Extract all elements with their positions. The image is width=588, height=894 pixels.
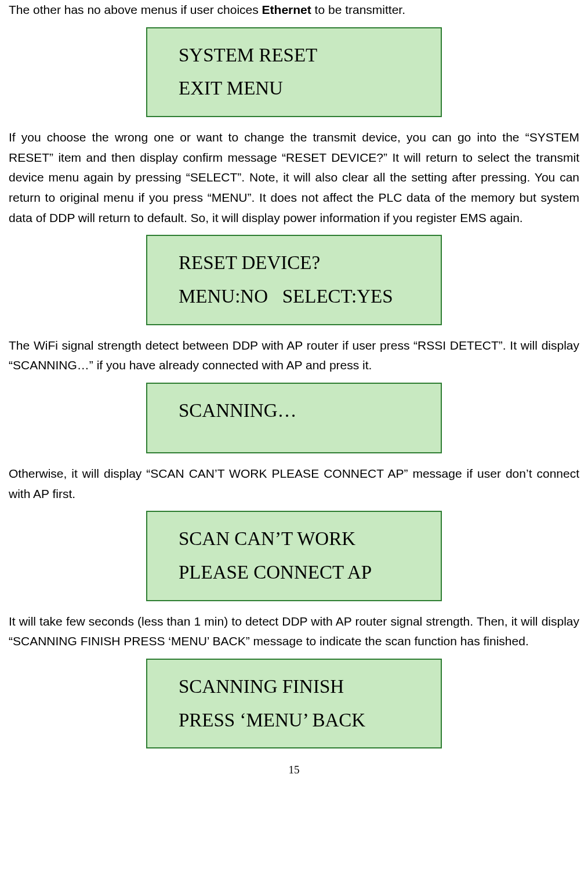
display-line: PRESS ‘MENU’ BACK — [179, 704, 441, 737]
intro-prefix: The other has no above menus if user cho… — [9, 3, 262, 16]
page-number: 15 — [9, 764, 579, 776]
display-line: SCAN CAN’T WORK — [179, 522, 441, 556]
display-line: MENU:NO SELECT:YES — [179, 280, 441, 314]
display-box-scan-cant-work: SCAN CAN’T WORK PLEASE CONNECT AP — [146, 511, 442, 601]
intro-suffix: to be transmitter. — [311, 3, 405, 16]
document-page: The other has no above menus if user cho… — [0, 0, 588, 776]
paragraph-scanning-finish: It will take few seconds (less than 1 mi… — [9, 612, 579, 652]
display-box-system-reset: SYSTEM RESET EXIT MENU — [146, 27, 442, 118]
display-line: SYSTEM RESET — [179, 39, 441, 72]
display-line: RESET DEVICE? — [179, 246, 441, 280]
intro-bold: Ethernet — [262, 3, 311, 16]
paragraph-system-reset: If you choose the wrong one or want to c… — [9, 128, 579, 228]
paragraph-scan-cant-work: Otherwise, it will display “SCAN CAN’T W… — [9, 464, 579, 504]
display-line: SCANNING… — [179, 394, 441, 428]
paragraph-intro: The other has no above menus if user cho… — [9, 0, 579, 20]
display-line: PLEASE CONNECT AP — [179, 556, 441, 590]
display-box-reset-device: RESET DEVICE? MENU:NO SELECT:YES — [146, 235, 442, 325]
display-box-scanning: SCANNING… — [146, 383, 442, 453]
paragraph-wifi-signal: The WiFi signal strength detect between … — [9, 336, 579, 376]
display-line: SCANNING FINISH — [179, 670, 441, 704]
display-box-scanning-finish: SCANNING FINISH PRESS ‘MENU’ BACK — [146, 659, 442, 749]
display-line: EXIT MENU — [179, 72, 441, 106]
